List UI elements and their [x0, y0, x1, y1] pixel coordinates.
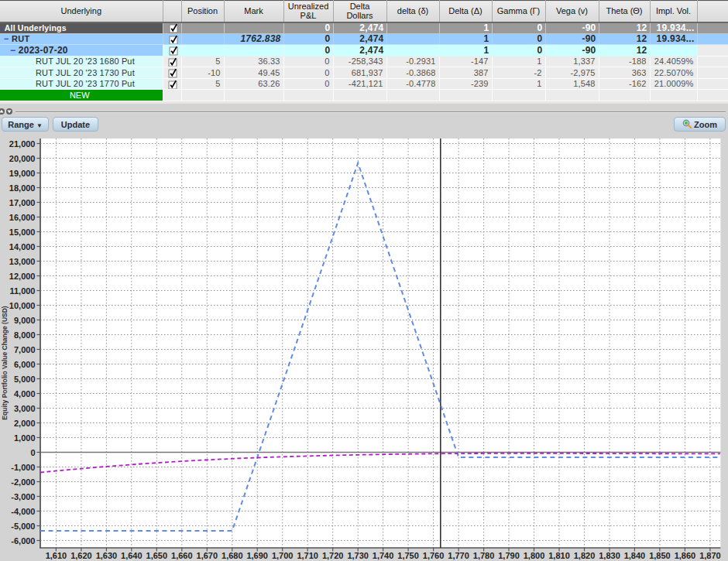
svg-text:-2,000: -2,000: [11, 477, 35, 487]
svg-text:-6,000: -6,000: [11, 536, 35, 546]
svg-text:Equity Portfolio Value Change: Equity Portfolio Value Change (USD): [1, 306, 9, 420]
svg-text:1,810: 1,810: [548, 551, 570, 560]
svg-text:1,740: 1,740: [373, 551, 394, 560]
svg-text:1,710: 1,710: [297, 551, 318, 560]
svg-text:14,000: 14,000: [9, 242, 36, 251]
svg-text:-1,000: -1,000: [11, 463, 35, 472]
svg-text:1,670: 1,670: [197, 551, 218, 560]
svg-text:1,630: 1,630: [96, 551, 118, 560]
svg-text:4,000: 4,000: [14, 389, 36, 399]
svg-text:5,000: 5,000: [14, 375, 36, 384]
svg-text:1,650: 1,650: [146, 551, 168, 560]
svg-text:1,850: 1,850: [649, 551, 671, 560]
svg-text:1,820: 1,820: [574, 551, 596, 560]
svg-text:1,790: 1,790: [498, 551, 520, 560]
svg-text:1,780: 1,780: [473, 551, 495, 560]
svg-text:1,000: 1,000: [14, 433, 36, 443]
svg-text:1,680: 1,680: [221, 551, 243, 560]
svg-text:1,830: 1,830: [599, 551, 620, 560]
svg-text:9,000: 9,000: [14, 316, 36, 325]
svg-text:1,660: 1,660: [171, 551, 193, 560]
svg-text:2,000: 2,000: [14, 419, 36, 428]
svg-text:20,000: 20,000: [9, 154, 36, 163]
svg-text:18,000: 18,000: [9, 183, 36, 193]
svg-text:17,000: 17,000: [9, 198, 36, 207]
svg-text:7,000: 7,000: [14, 345, 36, 354]
svg-text:15,000: 15,000: [9, 227, 36, 237]
svg-text:1,700: 1,700: [272, 551, 294, 560]
svg-text:1,690: 1,690: [246, 551, 268, 560]
svg-text:11,000: 11,000: [9, 286, 35, 296]
svg-text:1,610: 1,610: [46, 551, 67, 560]
svg-text:1,620: 1,620: [70, 551, 92, 560]
svg-text:-4,000: -4,000: [11, 507, 35, 516]
svg-text:1,640: 1,640: [121, 551, 143, 560]
svg-text:1,870: 1,870: [699, 551, 721, 560]
svg-text:-5,000: -5,000: [11, 522, 35, 531]
svg-text:1,730: 1,730: [347, 551, 369, 560]
svg-text:1,770: 1,770: [448, 551, 469, 560]
svg-text:1,760: 1,760: [423, 551, 445, 560]
svg-text:10,000: 10,000: [9, 301, 36, 310]
svg-text:1,840: 1,840: [624, 551, 646, 560]
svg-text:-3,000: -3,000: [11, 492, 35, 501]
svg-text:19,000: 19,000: [9, 169, 36, 178]
svg-text:1,860: 1,860: [675, 551, 696, 560]
svg-text:1,800: 1,800: [524, 551, 545, 560]
svg-text:8,000: 8,000: [14, 330, 36, 340]
svg-text:16,000: 16,000: [9, 213, 36, 222]
svg-text:12,000: 12,000: [9, 272, 36, 281]
svg-text:1,720: 1,720: [322, 551, 344, 560]
svg-text:6,000: 6,000: [14, 360, 36, 369]
svg-text:21,000: 21,000: [9, 139, 36, 149]
svg-text:1,750: 1,750: [397, 551, 419, 560]
svg-text:3,000: 3,000: [14, 404, 36, 413]
svg-text:13,000: 13,000: [9, 257, 36, 266]
svg-text:0: 0: [30, 448, 35, 457]
